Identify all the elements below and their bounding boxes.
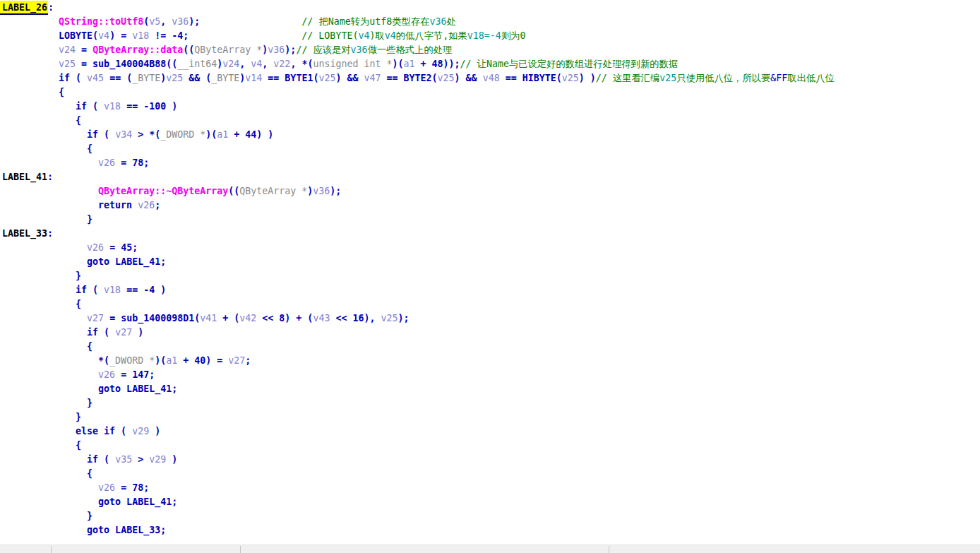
code-line[interactable]: { [2, 297, 980, 311]
code-line[interactable]: LABEL_26: [2, 1, 980, 15]
variable-token: v36 [268, 44, 285, 55]
code-line[interactable]: } [2, 509, 980, 523]
code-line[interactable]: else if ( v29 ) [2, 424, 980, 439]
code-line[interactable]: v26 = 45; [2, 241, 980, 255]
variable-token: v18 [104, 101, 121, 112]
variable-token: v27 [87, 313, 104, 323]
keyword-token: ( [143, 16, 149, 27]
api-function-token: QString::toUtf8 [59, 16, 143, 27]
code-line[interactable]: if ( v18 == -100 ) [2, 100, 980, 114]
keyword-token: : [47, 228, 53, 239]
variable-token: a1 [217, 129, 228, 140]
variable-token: v14 [245, 73, 262, 83]
keyword-token: } [76, 270, 81, 281]
code-line[interactable]: { [2, 85, 980, 100]
code-line[interactable]: goto LABEL_41; [2, 382, 980, 396]
keyword-token: )( [205, 129, 217, 140]
keyword-token: return [98, 200, 138, 210]
code-line[interactable]: } [2, 213, 980, 227]
keyword-token: (( [183, 44, 194, 55]
keyword-token: : [47, 172, 53, 182]
variable-token: v27 [115, 327, 132, 338]
variable-token: v29 [149, 454, 166, 465]
comment-variable-token: v25 [659, 73, 676, 83]
keyword-token: > *( [132, 129, 160, 140]
code-line[interactable]: *(_DWORD *)(a1 + 40) = v27; [2, 354, 980, 368]
variable-token: v22 [273, 59, 290, 69]
variable-token: v25 [166, 73, 183, 83]
spacer [200, 16, 301, 27]
variable-token: v47 [364, 73, 381, 83]
keyword-token: + 48)); [415, 59, 460, 69]
keyword-token: goto LABEL_41; [87, 256, 166, 267]
variable-token: v29 [132, 426, 149, 436]
comment-hex-token: &FF [770, 73, 787, 83]
comment-variable-token: v4 [385, 30, 396, 41]
code-line[interactable]: goto LABEL_33; [2, 523, 980, 537]
variable-token: v25 [562, 73, 579, 83]
variable-token: v25 [438, 73, 455, 83]
code-line[interactable]: v27 = sub_1400098D1(v41 + (v42 << 8) + (… [2, 311, 980, 326]
keyword-token: else if ( [76, 426, 132, 436]
code-line[interactable]: if ( v45 == (_BYTE)v25 && (_BYTE)v14 == … [2, 71, 980, 85]
type-token: __int64 [177, 59, 217, 69]
code-line[interactable]: v26 = 78; [2, 481, 980, 495]
keyword-token: if ( [87, 129, 115, 140]
spacer [189, 30, 301, 41]
code-line[interactable]: QString::toUtf8(v5, v36); // 把Name转为utf8… [2, 15, 980, 29]
keyword-token: ) = [109, 30, 132, 41]
code-line[interactable]: v24 = QByteArray::data((QByteArray *)v36… [2, 43, 980, 57]
keyword-token: } [87, 214, 92, 225]
code-line[interactable]: LABEL_33: [2, 227, 980, 241]
code-line[interactable]: if ( v27 ) [2, 326, 980, 340]
variable-token: v18 [132, 30, 149, 41]
keyword-token: { [76, 115, 81, 126]
keyword-token: ) [166, 454, 177, 465]
keyword-token: goto LABEL_41; [98, 383, 177, 394]
keyword-token: ); [330, 186, 341, 196]
code-line[interactable]: return v26; [2, 198, 980, 213]
keyword-token: << 16), [330, 313, 381, 323]
type-token: QByteArray * [194, 44, 262, 55]
comment-token: // 这里看汇编 [596, 73, 660, 83]
keyword-token: )( [155, 355, 166, 366]
keyword-token: != -4; [149, 30, 189, 41]
variable-token: v25 [318, 73, 335, 83]
variable-token: v34 [115, 129, 132, 140]
code-line[interactable]: LABEL_41: [2, 170, 980, 184]
code-line[interactable]: goto LABEL_41; [2, 255, 980, 269]
keyword-token: ); [285, 44, 296, 55]
comment-token: // LOBYTE( [301, 30, 358, 41]
code-line[interactable]: { [2, 142, 980, 156]
code-line[interactable]: } [2, 269, 980, 283]
code-line[interactable]: v26 = 78; [2, 156, 980, 170]
code-line[interactable]: goto LABEL_41; [2, 495, 980, 509]
code-line[interactable]: } [2, 396, 980, 410]
code-line[interactable]: if ( v35 > v29 ) [2, 453, 980, 467]
keyword-token: LOBYTE( [59, 30, 98, 41]
code-line[interactable]: if ( v34 > *(_DWORD *)(a1 + 44) ) [2, 128, 980, 142]
code-line[interactable]: { [2, 439, 980, 453]
variable-token: v24 [222, 59, 239, 69]
code-line[interactable]: } [2, 410, 980, 424]
code-line[interactable]: LOBYTE(v4) = v18 != -4; // LOBYTE(v4)取v4… [2, 29, 980, 43]
keyword-token: : [48, 2, 54, 13]
code-line[interactable]: QByteArray::~QByteArray((QByteArray *)v3… [2, 184, 980, 198]
keyword-token: ); [398, 313, 410, 323]
comment-token: 则为0 [501, 30, 526, 41]
comment-token: 取出低八位 [787, 73, 834, 83]
code-line[interactable]: v25 = sub_140004B88((__int64)v24, v4, v2… [2, 57, 980, 71]
pseudocode-view[interactable]: LABEL_26: QString::toUtf8(v5, v36); // 把… [0, 0, 980, 537]
code-line[interactable]: if ( v18 == -4 ) [2, 283, 980, 297]
comment-token: )取 [369, 30, 384, 41]
status-bar [0, 545, 980, 553]
code-line[interactable]: { [2, 114, 980, 128]
highlighted-label[interactable]: LABEL_26 [0, 1, 48, 15]
code-line[interactable]: { [2, 340, 980, 354]
keyword-token: ) [149, 426, 160, 436]
code-line[interactable]: v26 = 147; [2, 368, 980, 382]
comment-variable-token: v36 [430, 16, 447, 27]
variable-token: v26 [87, 242, 104, 253]
code-line[interactable]: { [2, 467, 980, 481]
comment-token: // 应该是对 [296, 44, 350, 55]
